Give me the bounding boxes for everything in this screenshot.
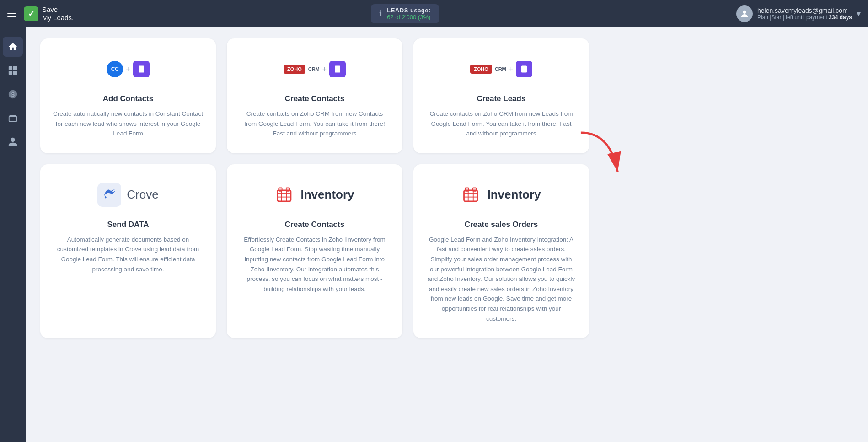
main-content: CC + Add Contacts Create automatically n…	[26, 27, 868, 442]
svg-rect-4	[13, 71, 17, 75]
svg-point-0	[743, 11, 746, 14]
app-logo[interactable]: ✓ SaveMy Leads.	[24, 5, 74, 22]
card-add-contacts[interactable]: CC + Add Contacts Create automatically n…	[40, 38, 216, 153]
leads-usage-box[interactable]: ℹ LEADS usage: 62 of 2'000 (3%)	[371, 4, 439, 23]
svg-rect-6	[139, 67, 143, 68]
app-name: SaveMy Leads.	[42, 5, 74, 22]
card-logo-inventory-2: Inventory	[461, 179, 541, 211]
leads-usage-text: LEADS usage: 62 of 2'000 (3%)	[387, 7, 431, 21]
card-title-add-contacts: Add Contacts	[103, 94, 154, 103]
inventory-logo-2: Inventory	[461, 184, 541, 205]
svg-rect-16	[522, 70, 525, 71]
nav-center: ℹ LEADS usage: 62 of 2'000 (3%)	[81, 4, 729, 23]
zoho-crm-icon-2: ZOHO	[470, 65, 492, 74]
svg-rect-7	[139, 69, 143, 70]
svg-rect-2	[13, 66, 17, 70]
plus-icon-3: +	[509, 65, 513, 73]
sidebar-item-tools[interactable]	[3, 108, 23, 128]
card-desc-create-leads: Create contacts on Zoho CRM from new Lea…	[426, 109, 576, 139]
svg-rect-10	[336, 67, 339, 68]
user-info: helen.savemyleads@gmail.com Plan |Start|…	[757, 7, 852, 21]
svg-rect-1	[9, 66, 12, 70]
card-crove[interactable]: Crove Send DATA Automatically generate d…	[40, 164, 216, 338]
svg-rect-8	[139, 70, 142, 71]
zoho-crm-icon: ZOHO	[284, 65, 305, 74]
sidebar-item-profile[interactable]	[3, 132, 23, 152]
card-title-create-leads: Create Leads	[477, 94, 526, 103]
card-desc-crove: Automatically generate documents based o…	[53, 235, 203, 274]
top-navigation: ✓ SaveMy Leads. ℹ LEADS usage: 62 of 2'0…	[0, 0, 868, 27]
info-icon: ℹ	[379, 9, 382, 19]
card-grid: CC + Add Contacts Create automatically n…	[40, 38, 589, 338]
logo-icon: ✓	[24, 6, 38, 21]
crove-name-label: Crove	[127, 188, 158, 202]
inventory-logo-1: Inventory	[275, 184, 354, 205]
chevron-down-icon[interactable]: ▾	[857, 9, 861, 19]
sidebar-item-integrations[interactable]	[3, 60, 23, 81]
crove-logo: Crove	[97, 183, 158, 207]
card-desc-inventory-contacts: Effortlessly Create Contacts in Zoho IIn…	[240, 235, 390, 294]
user-plan: Plan |Start| left until payment 234 days	[757, 14, 852, 21]
svg-rect-3	[9, 71, 12, 75]
logo-check: ✓	[28, 9, 35, 19]
card-title-inventory-sales: Create sales Orders	[465, 220, 538, 229]
card-desc-create-contacts-zoho: Create contacts on Zoho CRM from new Con…	[240, 109, 390, 139]
card-logos-row1-2: ZOHO CRM +	[284, 53, 346, 85]
google-form-icon-2	[329, 61, 346, 77]
hamburger-menu[interactable]	[7, 11, 16, 17]
card-logo-crove: Crove	[97, 179, 158, 211]
sidebar-item-home[interactable]	[3, 37, 23, 57]
svg-rect-21	[464, 190, 477, 201]
svg-rect-14	[522, 67, 526, 68]
card-create-contacts-zoho[interactable]: ZOHO CRM + Create Contacts Create contac…	[227, 38, 402, 153]
card-logos-row1-1: CC +	[107, 53, 149, 85]
nav-right: helen.savemyleads@gmail.com Plan |Start|…	[736, 5, 861, 22]
svg-rect-15	[522, 69, 526, 70]
constant-contact-icon: CC	[107, 61, 123, 77]
sidebar-item-billing[interactable]	[3, 84, 23, 104]
card-title-inventory-contacts: Create Contacts	[285, 220, 344, 229]
google-form-icon	[133, 61, 150, 77]
card-desc-inventory-sales: Google Lead Form and Zoho Inventory Inte…	[426, 235, 576, 323]
leads-label: LEADS usage:	[387, 7, 431, 14]
card-inventory-contacts[interactable]: Inventory Create Contacts Effortlessly C…	[227, 164, 402, 338]
svg-rect-17	[278, 190, 291, 201]
card-title-crove: Send DATA	[107, 220, 149, 229]
inventory-label-2: Inventory	[487, 188, 541, 202]
leads-count: 62 of 2'000 (3%)	[387, 14, 431, 21]
user-avatar	[736, 5, 753, 22]
card-desc-add-contacts: Create automatically new contacts in Con…	[53, 109, 203, 139]
card-create-leads[interactable]: ZOHO CRM + Create Leads Create contacts …	[413, 38, 589, 153]
svg-rect-11	[336, 69, 339, 70]
google-form-icon-3	[516, 61, 532, 77]
card-logos-row1-3: ZOHO CRM +	[470, 53, 532, 85]
crove-icon	[97, 183, 121, 207]
sidebar	[0, 27, 26, 442]
card-inventory-sales[interactable]: Inventory Create sales Orders Google Lea…	[413, 164, 589, 338]
card-title-create-contacts-zoho: Create Contacts	[285, 94, 344, 103]
user-email: helen.savemyleads@gmail.com	[757, 7, 852, 14]
inventory-label-1: Inventory	[300, 188, 354, 202]
plus-icon-2: +	[322, 65, 327, 73]
svg-rect-12	[336, 70, 338, 71]
plus-icon: +	[126, 65, 130, 73]
card-logo-inventory-1: Inventory	[275, 179, 354, 211]
